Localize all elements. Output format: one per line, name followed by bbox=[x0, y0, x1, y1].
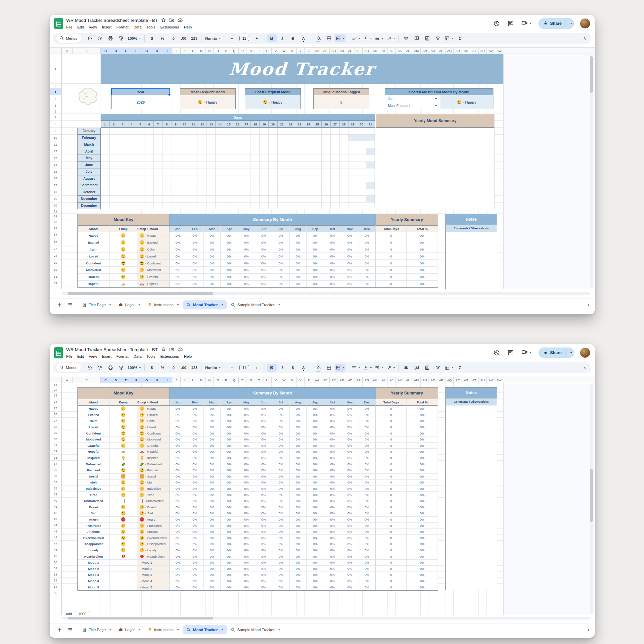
column-header-AP[interactable]: AP bbox=[437, 377, 445, 383]
total-pct-cell[interactable]: 0% bbox=[407, 578, 438, 584]
emoji-mood-cell[interactable]: - Social bbox=[137, 474, 169, 480]
summary-cell[interactable]: 0% bbox=[186, 253, 204, 260]
toolbar-format-percent-button[interactable]: % bbox=[158, 34, 167, 42]
summary-cell[interactable]: 0% bbox=[307, 281, 324, 288]
row-header-4[interactable]: 4 bbox=[50, 95, 61, 102]
column-header-AH[interactable]: AH bbox=[371, 377, 379, 383]
day-cell[interactable] bbox=[198, 182, 207, 189]
day-number-15[interactable]: 15 bbox=[224, 121, 233, 128]
day-cell[interactable] bbox=[101, 128, 110, 135]
summary-cell[interactable]: 0% bbox=[255, 547, 272, 554]
day-cell[interactable] bbox=[278, 196, 287, 203]
summary-cell[interactable]: 0% bbox=[169, 455, 186, 461]
summary-cell[interactable]: 0% bbox=[186, 437, 204, 443]
mood-name-cell[interactable]: Meh bbox=[78, 480, 110, 486]
day-cell[interactable] bbox=[101, 155, 110, 162]
day-cell[interactable] bbox=[242, 168, 251, 175]
share-dropdown-icon[interactable] bbox=[570, 23, 572, 24]
day-cell[interactable] bbox=[216, 182, 225, 189]
mood-emoji-cell[interactable] bbox=[110, 461, 137, 467]
total-days-cell[interactable]: 0 bbox=[376, 267, 407, 274]
toolbar-increase-decimal-places-button[interactable]: .00 bbox=[179, 34, 189, 42]
column-header-AN[interactable]: AN bbox=[421, 48, 429, 54]
column-header-C[interactable]: C bbox=[101, 377, 111, 383]
day-cell[interactable] bbox=[154, 168, 162, 175]
summary-cell[interactable]: 0% bbox=[324, 547, 341, 554]
day-cell[interactable] bbox=[207, 135, 216, 142]
column-header-jan[interactable]: Jan bbox=[169, 225, 186, 232]
total-pct-cell[interactable]: 0% bbox=[407, 523, 438, 529]
emoji-mood-cell[interactable]: - Mood 3 bbox=[137, 572, 169, 578]
day-cell[interactable] bbox=[110, 128, 118, 135]
column-header-C[interactable]: C bbox=[101, 48, 111, 54]
day-cell[interactable] bbox=[366, 203, 375, 209]
summary-cell[interactable]: 0% bbox=[307, 449, 324, 455]
mood-emoji-cell[interactable] bbox=[110, 486, 137, 492]
row-header-9[interactable]: 9 bbox=[50, 128, 61, 135]
mood-emoji-cell[interactable] bbox=[110, 424, 137, 431]
day-cell[interactable] bbox=[295, 203, 304, 209]
row-header-12[interactable]: 12 bbox=[50, 148, 61, 155]
summary-cell[interactable]: 0% bbox=[290, 232, 307, 239]
day-cell[interactable] bbox=[216, 141, 225, 148]
column-header-H[interactable]: H bbox=[152, 377, 162, 383]
day-cell[interactable] bbox=[180, 203, 189, 209]
move-folder-icon[interactable] bbox=[169, 347, 174, 352]
emoji-mood-cell[interactable]: - Unmotivated bbox=[137, 498, 169, 504]
summary-cell[interactable]: 0% bbox=[255, 572, 272, 578]
total-pct-cell[interactable]: 0% bbox=[407, 535, 438, 541]
total-days-cell[interactable]: 0 bbox=[376, 260, 407, 267]
summary-cell[interactable]: 0% bbox=[169, 430, 186, 437]
column-header-AW[interactable]: AW bbox=[495, 48, 503, 54]
summary-cell[interactable]: 0% bbox=[238, 584, 255, 590]
mood-name-cell[interactable]: Lonely bbox=[78, 547, 110, 554]
summary-cell[interactable]: 0% bbox=[169, 232, 186, 239]
day-number-14[interactable]: 14 bbox=[216, 121, 225, 128]
day-cell[interactable] bbox=[224, 135, 233, 142]
total-pct-cell[interactable]: 0% bbox=[407, 253, 438, 260]
summary-cell[interactable]: 0% bbox=[221, 239, 238, 246]
summary-cell[interactable]: 0% bbox=[169, 406, 186, 412]
summary-cell[interactable]: 0% bbox=[204, 424, 221, 431]
summary-cell[interactable]: 0% bbox=[358, 461, 376, 467]
summary-cell[interactable]: 0% bbox=[238, 572, 255, 578]
summary-cell[interactable]: 0% bbox=[169, 443, 186, 449]
column-header-apr[interactable]: Apr bbox=[221, 225, 238, 232]
summary-cell[interactable]: 0% bbox=[324, 498, 341, 504]
total-days-cell[interactable]: 0 bbox=[376, 547, 407, 554]
day-number-29[interactable]: 29 bbox=[348, 121, 357, 128]
summary-cell[interactable]: 0% bbox=[169, 584, 186, 590]
summary-cell[interactable]: 0% bbox=[341, 547, 358, 554]
summary-cell[interactable]: 0% bbox=[238, 424, 255, 431]
mood-name-cell[interactable]: Hopeful bbox=[78, 281, 110, 288]
day-cell[interactable] bbox=[189, 128, 198, 135]
summary-cell[interactable]: 0% bbox=[221, 578, 238, 584]
mood-emoji-cell[interactable] bbox=[110, 492, 137, 498]
day-cell[interactable] bbox=[127, 148, 136, 155]
day-cell[interactable] bbox=[136, 196, 145, 203]
day-cell[interactable] bbox=[340, 141, 348, 148]
day-cell[interactable] bbox=[322, 128, 331, 135]
document-title[interactable]: WR Mood Tracker Spreadsheet Template - B… bbox=[66, 347, 158, 352]
summary-cell[interactable]: 0% bbox=[307, 498, 324, 504]
day-cell[interactable] bbox=[127, 141, 136, 148]
summary-cell[interactable]: 0% bbox=[186, 424, 204, 431]
summary-cell[interactable]: 0% bbox=[324, 246, 341, 253]
day-cell[interactable] bbox=[216, 155, 225, 162]
summary-cell[interactable]: 0% bbox=[272, 253, 290, 260]
mood-name-cell[interactable]: Mood 5 bbox=[78, 584, 110, 590]
comments-icon[interactable] bbox=[507, 349, 514, 356]
total-days-cell[interactable]: 0 bbox=[376, 523, 407, 529]
summary-cell[interactable]: 0% bbox=[186, 267, 204, 274]
day-cell[interactable] bbox=[189, 135, 198, 142]
day-cell[interactable] bbox=[322, 168, 331, 175]
year-value[interactable]: 2026 bbox=[111, 95, 170, 109]
total-pct-cell[interactable]: 0% bbox=[407, 267, 438, 274]
day-cell[interactable] bbox=[118, 196, 127, 203]
toolbar-create-filter-icon[interactable] bbox=[433, 34, 443, 42]
column-header-sep[interactable]: Sep bbox=[307, 225, 324, 232]
toolbar-vertical-align-icon[interactable] bbox=[362, 34, 373, 42]
summary-cell[interactable]: 0% bbox=[204, 437, 221, 443]
summary-cell[interactable]: 0% bbox=[358, 430, 376, 437]
day-cell[interactable] bbox=[251, 175, 260, 182]
